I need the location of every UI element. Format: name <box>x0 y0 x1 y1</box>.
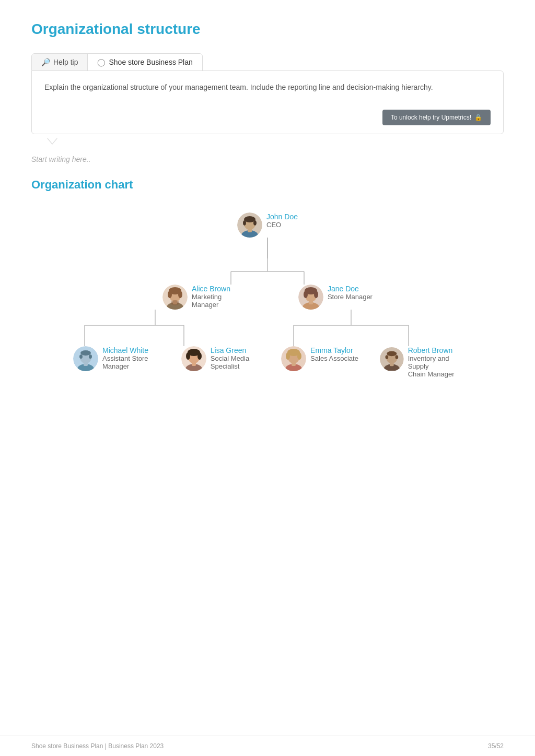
branch-ceo-l1 <box>179 258 356 285</box>
node-name-michael-white: Michael White <box>102 346 148 355</box>
svg-point-25 <box>314 291 318 298</box>
avatar-emma-taylor <box>281 346 306 371</box>
svg-point-40 <box>89 355 92 359</box>
node-info-emma-taylor: Emma Taylor Sales Associate <box>310 346 358 362</box>
node-info-michael-white: Michael White Assistant StoreManager <box>102 346 148 370</box>
bulb-icon: 🔎 <box>41 58 50 66</box>
avatar-michael-white <box>73 346 98 371</box>
svg-point-16 <box>168 291 172 298</box>
svg-point-60 <box>385 355 388 359</box>
node-role-robert-brown: Inventory and SupplyChain Manager <box>408 355 469 378</box>
help-box-text: Explain the organizational structure of … <box>44 81 452 93</box>
node-jane-doe: Jane Doe Store Manager <box>298 285 373 310</box>
node-role-emma-taylor: Sales Associate <box>310 355 358 362</box>
svg-point-61 <box>396 355 399 359</box>
node-info-john-doe: John Doe CEO <box>266 212 298 229</box>
avatar-john-doe <box>237 212 262 238</box>
org-chart-title: Organization chart <box>31 178 504 192</box>
svg-point-6 <box>253 220 257 226</box>
footer-right: 35/52 <box>488 742 504 750</box>
help-box: Explain the organizational structure of … <box>31 70 504 134</box>
node-role-alice-brown: MarketingManager <box>192 293 230 309</box>
lock-icon: 🔒 <box>474 114 482 121</box>
svg-point-17 <box>178 291 182 298</box>
svg-point-5 <box>243 220 246 226</box>
svg-point-39 <box>79 355 83 359</box>
connector-ceo-down <box>267 238 268 258</box>
node-name-jane-doe: Jane Doe <box>328 285 373 293</box>
node-name-robert-brown: Robert Brown <box>408 346 469 355</box>
svg-point-54 <box>297 352 301 360</box>
svg-point-47 <box>197 352 202 360</box>
svg-point-18 <box>171 300 179 305</box>
branch-l1-l2 <box>43 310 492 346</box>
node-name-lisa-green: Lisa Green <box>211 346 249 355</box>
node-robert-brown: Robert Brown Inventory and SupplyChain M… <box>380 346 469 378</box>
node-role-michael-white: Assistant StoreManager <box>102 355 148 370</box>
node-john-doe: John Doe CEO <box>237 212 298 238</box>
tab-shoe-plan[interactable]: ◯ Shoe store Business Plan <box>88 54 202 70</box>
tab-help-tip-label: Help tip <box>53 58 78 66</box>
unlock-btn-label: To unlock help try Upmetrics! <box>391 114 471 121</box>
doc-icon: ◯ <box>97 58 106 66</box>
svg-point-59 <box>387 351 397 356</box>
tab-help-tip[interactable]: 🔎 Help tip <box>32 54 88 70</box>
avatar-alice-brown <box>162 285 188 310</box>
unlock-help-button[interactable]: To unlock help try Upmetrics! 🔒 <box>382 110 491 125</box>
node-info-lisa-green: Lisa Green Social MediaSpecialist <box>211 346 249 370</box>
node-name-emma-taylor: Emma Taylor <box>310 346 358 355</box>
tab-shoe-plan-label: Shoe store Business Plan <box>109 58 192 66</box>
node-alice-brown: Alice Brown MarketingManager <box>162 285 230 310</box>
node-emma-taylor: Emma Taylor Sales Associate <box>275 346 364 371</box>
node-lisa-green: Lisa Green Social MediaSpecialist <box>171 346 260 371</box>
start-writing-placeholder[interactable]: Start writing here.. <box>31 155 504 163</box>
avatar-jane-doe <box>298 285 323 310</box>
node-name-john-doe: John Doe <box>266 212 298 221</box>
avatar-lisa-green <box>181 346 206 371</box>
node-info-alice-brown: Alice Brown MarketingManager <box>192 285 230 309</box>
page-footer: Shoe store Business Plan | Business Plan… <box>0 736 535 756</box>
svg-point-53 <box>286 352 290 360</box>
tooltip-tail <box>47 138 57 145</box>
svg-point-46 <box>186 352 190 360</box>
node-role-lisa-green: Social MediaSpecialist <box>211 355 249 370</box>
svg-point-38 <box>80 350 91 356</box>
tabs-bar: 🔎 Help tip ◯ Shoe store Business Plan <box>31 53 203 70</box>
page-title: Organizational structure <box>31 21 504 38</box>
node-role-john-doe: CEO <box>266 221 298 229</box>
avatar-robert-brown <box>380 346 404 371</box>
node-role-jane-doe: Store Manager <box>328 293 373 301</box>
node-michael-white: Michael White Assistant StoreManager <box>66 346 155 371</box>
svg-point-24 <box>304 291 308 298</box>
node-info-robert-brown: Robert Brown Inventory and SupplyChain M… <box>408 346 469 378</box>
org-chart: John Doe CEO <box>31 207 504 383</box>
node-name-alice-brown: Alice Brown <box>192 285 230 293</box>
node-info-jane-doe: Jane Doe Store Manager <box>328 285 373 301</box>
footer-left: Shoe store Business Plan | Business Plan… <box>31 742 164 750</box>
